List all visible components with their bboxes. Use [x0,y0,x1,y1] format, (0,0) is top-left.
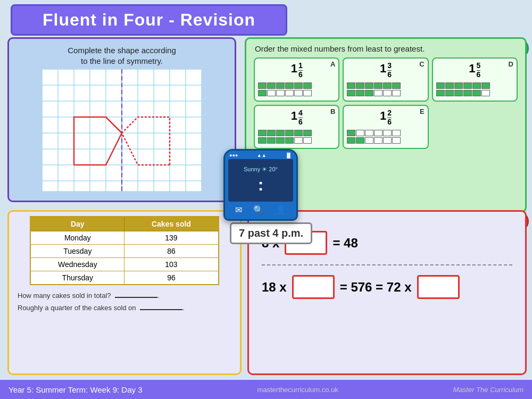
table-row: Thursday 96 [30,271,218,285]
fraction-label-D: D [509,60,513,68]
table-cell-val-1: 139 [124,231,219,245]
table-row: Wednesday 103 [30,258,218,271]
frac-bar-E [347,130,424,145]
phone-screen: Sunny ☀ 20° : [228,159,293,202]
q1-grid-svg [42,69,202,192]
header-box: Fluent in Four - Revision [11,4,287,36]
fraction-card-C: C 1 36 [343,57,428,102]
time-answer-box: 7 past 4 p.m. [230,222,312,244]
table-header-cakes: Cakes sold [124,217,219,231]
q3-q1: How many cakes sold in total? . [18,289,231,302]
phone-email-icon: ✉ [235,205,242,215]
fraction-number-E: 1 26 [380,109,392,127]
math-prefix-2: 18 x [262,280,287,295]
fraction-label-A: A [330,60,335,68]
table-cell-day-2: Tuesday [30,245,124,258]
q3-q2: Roughly a quarter of the cakes sold on . [18,302,231,314]
phone-bottom-bar: ✉ 🔍 👤 [225,202,296,219]
fraction-label-E: E [420,107,425,115]
fraction-number-A: 1 16 [291,62,303,79]
table-cell-val-3: 103 [124,258,219,271]
cakes-table: Day Cakes sold Monday 139 Tuesday 86 Wed… [30,216,219,285]
phone-time-display: : [258,175,264,195]
phone-signal: ●●● [229,153,238,158]
q1-grid-wrap [13,69,230,192]
phone-weather: Sunny ☀ 20° [244,166,278,173]
table-cell-val-2: 86 [124,245,219,258]
fraction-card-B: B 1 46 [254,105,339,149]
table-cell-day-4: Thursday [30,271,124,285]
fraction-label-B: B [330,107,335,115]
table-cell-val-4: 96 [124,271,219,285]
answer-blank-2 [140,309,182,310]
fraction-label-C: C [419,60,424,68]
question-3-box: Day Cakes sold Monday 139 Tuesday 86 Wed… [7,210,242,375]
q3-questions: How many cakes sold in total? . Roughly … [13,289,236,314]
frac-bar-D [436,82,513,97]
frac-bar-C [347,82,424,97]
page-title: Fluent in Four - Revision [23,10,275,30]
phone-wifi: ▲▲ [257,153,267,158]
fraction-card-A: A 1 16 [254,57,339,102]
frac-bar-B [258,130,335,145]
footer-label: Year 5: Summer Term: Week 9: Day 3 [9,385,143,394]
math-row-2: 18 x = 576 = 72 x [262,275,512,299]
table-row: Tuesday 86 [30,245,218,258]
question-1-box: Complete the shape accordingto the line … [7,37,236,202]
answer-box-3[interactable] [417,275,460,299]
footer: Year 5: Summer Term: Week 9: Day 3 maste… [0,380,532,399]
table-cell-day-3: Wednesday [30,258,124,271]
q1-instruction: Complete the shape accordingto the line … [13,45,230,66]
answer-box-2[interactable] [292,275,335,299]
q2-instruction: Order the mixed numbers from least to gr… [251,43,521,54]
fraction-card-E: E 1 26 [343,105,428,149]
fraction-card-D: D 1 56 [432,57,518,102]
phone-search-icon: 🔍 [253,205,264,215]
table-row: Monday 139 [30,231,218,245]
fraction-number-B: 1 46 [291,109,303,127]
table-cell-day-1: Monday [30,231,124,245]
phone-widget: ●●● ▲▲ ▐▌ Sunny ☀ 20° : ✉ 🔍 👤 [223,149,298,221]
frac-bar-A [258,82,335,97]
fractions-grid: A 1 16 C 1 36 [251,57,521,149]
fraction-number-D: 1 56 [469,62,480,79]
footer-website: masterthecurriculum.co.uk [257,386,338,394]
phone-person-icon: 👤 [276,205,286,215]
divider [262,264,512,265]
answer-blank-1 [115,297,157,298]
table-header-day: Day [30,217,124,231]
fraction-number-C: 1 36 [380,62,392,79]
phone-top-bar: ●●● ▲▲ ▐▌ [225,151,296,159]
math-middle-2: = 576 = 72 x [340,280,412,295]
math-suffix-1: = 48 [332,236,358,251]
phone-battery: ▐▌ [285,153,292,158]
footer-brand: Master The Curriculum [453,386,523,394]
